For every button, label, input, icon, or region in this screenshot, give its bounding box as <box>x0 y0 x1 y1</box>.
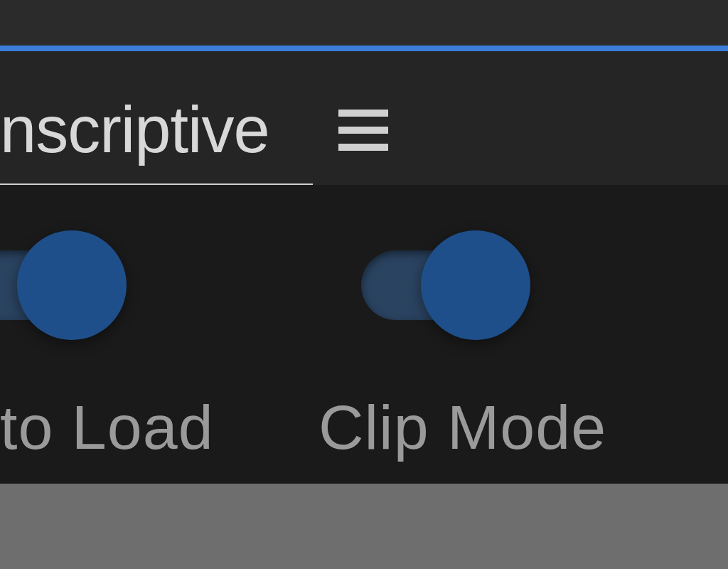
hamburger-menu-icon[interactable] <box>338 110 388 151</box>
toggle-track <box>0 250 114 320</box>
auto-load-label: to Load <box>0 391 214 464</box>
panel-content: to Load Clip Mode <box>0 185 728 484</box>
panel-tab-title[interactable]: nscriptive <box>0 92 269 167</box>
top-bar <box>0 0 728 46</box>
clip-mode-toggle[interactable] <box>361 250 518 320</box>
clip-mode-label: Clip Mode <box>318 391 606 464</box>
bottom-region <box>0 484 728 569</box>
accent-divider <box>0 46 728 51</box>
panel-header: nscriptive <box>0 51 728 185</box>
toggle-knob <box>17 230 127 340</box>
toggle-knob <box>421 230 530 340</box>
auto-load-toggle[interactable] <box>0 250 114 320</box>
toggle-track <box>361 250 518 320</box>
